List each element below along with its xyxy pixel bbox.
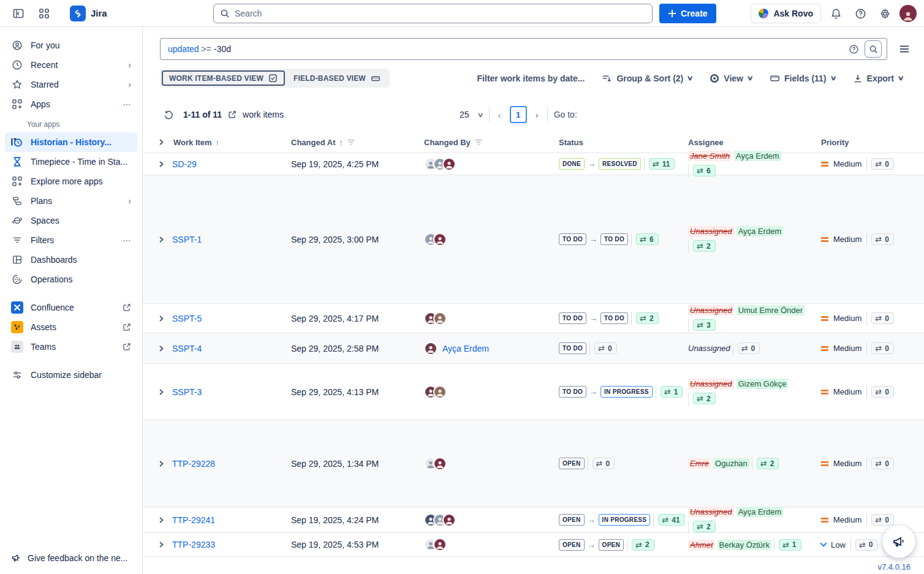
avatar[interactable] — [424, 342, 437, 355]
row-expand-chevron[interactable] — [157, 541, 165, 548]
sidebar-item-spaces[interactable]: Spaces — [5, 211, 137, 230]
expand-all-chevron[interactable] — [157, 138, 165, 146]
work-item-link[interactable]: SSPT-1 — [172, 235, 202, 244]
previous-page-chevron[interactable]: ‹ — [496, 110, 504, 120]
your-apps-heading: Your apps — [5, 114, 137, 132]
sidebar-item-starred[interactable]: Starred › — [5, 75, 137, 94]
column-header-priority[interactable]: Priority — [821, 138, 849, 147]
column-filter-icon[interactable] — [474, 138, 483, 146]
work-item-link[interactable]: SSPT-4 — [172, 344, 202, 353]
app-switcher-icon[interactable] — [34, 4, 54, 23]
table-row[interactable]: TTP-29228 Sep 29, 2025, 1:34 PM OPEN ⇄0 … — [143, 420, 924, 507]
row-expand-chevron[interactable] — [157, 160, 165, 168]
changed-by-avatars — [424, 385, 447, 399]
table-row[interactable]: SSPT-5 Sep 29, 2025, 4:17 PM TO DO → TO … — [143, 303, 924, 333]
search-input[interactable] — [235, 9, 646, 18]
sidebar-item-explore-apps[interactable]: Explore more apps — [5, 172, 137, 191]
tab-work-item-based-view[interactable]: WORK ITEM-BASED VIEW — [162, 70, 285, 86]
work-item-link[interactable]: SSPT-3 — [172, 387, 202, 397]
group-sort-button[interactable]: Group & Sort (2)∨ — [602, 74, 692, 83]
row-expand-chevron[interactable] — [157, 236, 165, 243]
group-sort-icon — [602, 74, 612, 83]
notifications-bell-icon[interactable] — [826, 4, 846, 23]
status-arrow-icon: → — [589, 387, 597, 396]
avatar[interactable] — [433, 385, 447, 399]
menu-hamburger-icon[interactable] — [898, 43, 911, 55]
work-item-link[interactable]: TTP-29233 — [172, 540, 215, 549]
create-button[interactable]: Create — [659, 4, 716, 23]
user-avatar[interactable] — [899, 5, 917, 22]
work-item-link[interactable]: SSPT-5 — [172, 314, 202, 323]
sort-asc-icon[interactable]: ↑ — [339, 138, 343, 147]
sort-asc-icon[interactable]: ↑ — [216, 138, 220, 147]
avatar[interactable] — [433, 233, 447, 246]
fields-button[interactable]: Fields (11)∨ — [770, 74, 836, 83]
sidebar-item-teams[interactable]: Teams — [5, 337, 137, 357]
filter-by-date-button[interactable]: Filter work items by date... — [477, 74, 585, 83]
avatar[interactable] — [433, 538, 447, 551]
view-eye-icon — [710, 74, 719, 83]
next-page-chevron[interactable]: › — [533, 110, 541, 120]
avatar[interactable] — [442, 513, 456, 527]
export-button[interactable]: Export∨ — [853, 74, 903, 83]
sidebar-item-timepiece[interactable]: Timepiece - Time in Sta... — [5, 152, 137, 172]
avatar[interactable] — [433, 457, 447, 470]
more-dots-icon[interactable]: ⋯ — [123, 99, 131, 109]
column-filter-icon[interactable] — [347, 138, 355, 146]
priority-icon — [821, 518, 828, 523]
refresh-icon[interactable] — [160, 106, 177, 123]
sidebar-item-filters[interactable]: Filters ⋯ — [5, 230, 137, 250]
work-item-link[interactable]: TTP-29241 — [172, 515, 215, 525]
query-help-icon[interactable] — [845, 40, 862, 58]
settings-gear-icon[interactable] — [875, 4, 895, 23]
table-row[interactable]: SSPT-3 Sep 29, 2025, 4:13 PM TO DO → IN … — [143, 363, 924, 420]
sidebar-item-apps[interactable]: Apps ⋯ — [5, 94, 137, 114]
table-row[interactable]: SD-29 Sep 19, 2025, 4:25 PM DONE → RESOL… — [143, 153, 924, 175]
view-button[interactable]: View∨ — [710, 74, 752, 83]
sidebar-item-recent[interactable]: Recent › — [5, 55, 137, 75]
table-row[interactable]: TTP-29233 Sep 19, 2025, 4:53 PM OPEN → O… — [143, 532, 924, 557]
row-expand-chevron[interactable] — [157, 460, 165, 467]
sidebar-item-plans[interactable]: Plans › — [5, 191, 137, 211]
column-header-status[interactable]: Status — [559, 138, 583, 147]
jira-logo[interactable]: Jira — [70, 6, 107, 21]
column-header-changed-by[interactable]: Changed By — [424, 138, 471, 147]
table-row[interactable]: SSPT-1 Sep 29, 2025, 3:00 PM TO DO → TO … — [143, 175, 924, 303]
current-page-button[interactable]: 1 — [510, 106, 527, 123]
row-expand-chevron[interactable] — [157, 315, 165, 322]
sidebar-item-historian[interactable]: Historian - History... — [5, 132, 137, 152]
table-row[interactable]: SSPT-4 Sep 29, 2025, 2:58 PM Ayça Erdem … — [143, 333, 924, 363]
sidebar-item-for-you[interactable]: For you — [5, 36, 137, 55]
open-in-new-icon[interactable] — [228, 110, 237, 119]
row-expand-chevron[interactable] — [157, 345, 165, 352]
avatar[interactable] — [433, 312, 447, 325]
column-header-work-item[interactable]: Work Item — [173, 138, 212, 147]
sidebar-item-operations[interactable]: Operations — [5, 270, 137, 289]
work-item-link[interactable]: TTP-29228 — [172, 459, 215, 469]
page-size-select[interactable]: 25∨ — [460, 110, 483, 119]
more-dots-icon[interactable]: ⋯ — [123, 235, 131, 245]
row-expand-chevron[interactable] — [157, 388, 165, 396]
avatar[interactable] — [442, 157, 456, 171]
sidebar-item-assets[interactable]: Assets — [5, 317, 137, 337]
feedback-fab-megaphone-icon[interactable] — [882, 525, 915, 558]
ask-rovo-button[interactable]: Ask Rovo — [751, 4, 821, 23]
collapse-sidebar-icon[interactable] — [9, 4, 28, 23]
priority-label: Medium — [833, 235, 862, 244]
row-expand-chevron[interactable] — [157, 516, 165, 524]
jql-query-input[interactable]: updated >= -30d — [160, 38, 887, 60]
table-row[interactable]: TTP-29241 Sep 19, 2025, 4:24 PM OPEN → I… — [143, 507, 924, 532]
tab-field-based-view[interactable]: FIELD-BASED VIEW — [286, 71, 388, 86]
run-query-search-icon[interactable] — [865, 40, 882, 58]
sidebar-item-dashboards[interactable]: Dashboards — [5, 250, 137, 270]
column-header-changed-at[interactable]: Changed At — [291, 138, 335, 147]
global-search[interactable] — [213, 4, 653, 23]
work-item-link[interactable]: SD-29 — [172, 159, 197, 169]
sidebar-item-confluence[interactable]: Confluence — [5, 298, 137, 317]
help-icon[interactable] — [850, 4, 870, 23]
swap-arrows-icon: ⇄ — [875, 515, 882, 524]
changed-by-name-link[interactable]: Ayça Erdem — [442, 344, 489, 353]
sidebar-item-customize[interactable]: Customize sidebar — [5, 365, 137, 385]
column-header-assignee[interactable]: Assignee — [688, 138, 724, 147]
give-feedback-link[interactable]: Give feedback on the ne... — [5, 548, 137, 568]
